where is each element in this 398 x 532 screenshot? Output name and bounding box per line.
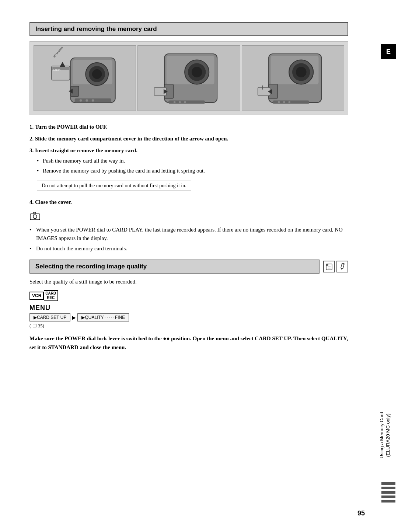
steps-container: 1. Turn the POWER dial to OFF. 2. Slide … xyxy=(29,122,348,206)
content-area: Inserting and removing the memory card S… xyxy=(29,22,348,352)
svg-point-20 xyxy=(192,67,202,77)
section2-container: Selecting the recording image quality xyxy=(29,260,348,352)
notes-list: When you set the POWER dial to CARD PLAY… xyxy=(29,226,348,253)
bullet-remove: Remove the memory card by pushing the ca… xyxy=(37,167,348,175)
menu-nav-item-2: ▶QUALITY･････FINE xyxy=(77,313,129,321)
final-note: Make sure the POWER dial lock lever is s… xyxy=(29,334,348,352)
section2-header: Selecting the recording image quality xyxy=(29,260,320,274)
svg-text:SD Memory: SD Memory xyxy=(52,46,64,59)
menu-nav-arrow: ▶ xyxy=(70,314,77,320)
sidebar-lines xyxy=(381,482,395,503)
page-container: Inserting and removing the memory card S… xyxy=(0,0,398,532)
svg-point-15 xyxy=(92,99,94,102)
svg-point-38 xyxy=(278,101,280,103)
sidebar-line-5 xyxy=(381,500,395,503)
step-1: 1. Turn the POWER dial to OFF. xyxy=(29,122,348,131)
sidebar-line-1 xyxy=(381,482,395,485)
vcr-box: VCR xyxy=(29,292,44,300)
svg-marker-4 xyxy=(60,62,65,67)
card-rec-box: CARD REC xyxy=(44,290,58,301)
sidebar-line-2 xyxy=(381,487,395,489)
tab-e: E xyxy=(381,44,396,59)
pencil-icon xyxy=(336,261,348,272)
page-ref: ( ☐ 35) xyxy=(29,323,348,329)
svg-point-39 xyxy=(283,101,285,103)
section1-header: Inserting and removing the memory card xyxy=(29,22,348,36)
sidebar-line-4 xyxy=(381,496,395,498)
mode-indicator: VCR CARD REC xyxy=(29,290,348,301)
step-3-bullets: Push the memory card all the way in. Rem… xyxy=(37,157,348,175)
step-2: 2. Slide the memory card compartment cov… xyxy=(29,134,348,143)
sidebar-tab: E Using a Memory Card (ELURA20 MC only) xyxy=(379,0,398,532)
svg-marker-45 xyxy=(326,264,328,266)
bullet-push-in: Push the memory card all the way in. xyxy=(37,157,348,165)
camera-image-2 xyxy=(137,45,240,111)
select-text: Select the quality of a still image to b… xyxy=(29,279,348,285)
camera-image-1: SD Memory Canon xyxy=(34,45,136,111)
note-2: Do not touch the memory card terminals. xyxy=(29,244,348,253)
menu-label: MENU xyxy=(29,304,348,312)
step-4: 4. Close the cover. xyxy=(29,198,348,206)
camera-image-3 xyxy=(242,45,344,111)
note-1: When you set the POWER dial to CARD PLAY… xyxy=(29,226,348,242)
section2-icons xyxy=(323,261,348,272)
camera-illustration-strip: SD Memory Canon xyxy=(29,41,348,115)
svg-point-27 xyxy=(184,101,186,103)
sidebar-text: Using a Memory Card (ELURA20 MC only) xyxy=(379,412,398,458)
notes-section: When you set the POWER dial to CARD PLAY… xyxy=(29,212,348,253)
section2-header-row: Selecting the recording image quality xyxy=(29,260,348,274)
menu-nav-item-1: ▶CARD SET UP xyxy=(29,313,70,321)
svg-text:Canon: Canon xyxy=(53,69,60,71)
svg-point-14 xyxy=(85,99,88,102)
page-number: 95 xyxy=(357,510,365,517)
svg-point-32 xyxy=(296,67,307,77)
warning-box: Do not attempt to pull the memory card o… xyxy=(37,181,191,191)
svg-point-42 xyxy=(33,215,37,219)
menu-nav-row: ▶CARD SET UP ▶ ▶QUALITY･････FINE xyxy=(29,313,348,321)
svg-point-25 xyxy=(174,101,176,103)
step-3-header: 3. Insert straight or remove the memory … xyxy=(29,146,348,155)
camera-small-icon xyxy=(29,212,348,223)
svg-point-13 xyxy=(80,99,82,102)
sidebar-line-3 xyxy=(381,491,395,494)
svg-point-26 xyxy=(179,101,181,103)
svg-point-9 xyxy=(92,69,102,79)
card-icon xyxy=(323,261,335,272)
svg-point-40 xyxy=(288,101,290,103)
